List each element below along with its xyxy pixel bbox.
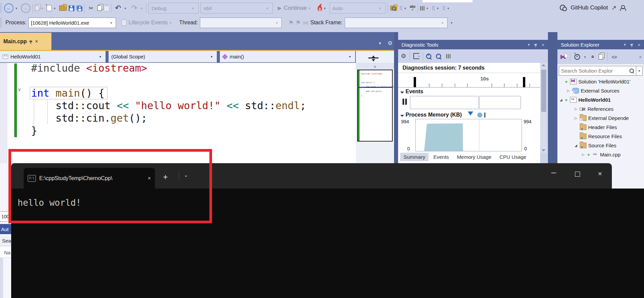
zoom-in-icon[interactable]: + bbox=[426, 53, 432, 59]
tree-item-external-depende[interactable]: ▷External Depende bbox=[557, 114, 644, 123]
zoom-out-icon[interactable]: - bbox=[436, 53, 441, 59]
filter-triangle-icon[interactable] bbox=[468, 111, 473, 118]
terminal-close-icon[interactable]: × bbox=[598, 170, 602, 178]
pin-icon[interactable] bbox=[534, 44, 537, 45]
paste-icon[interactable] bbox=[104, 5, 109, 11]
suspend-icon[interactable]: ⋈ bbox=[303, 20, 308, 26]
window-switch-icon[interactable] bbox=[35, 5, 39, 11]
snapshot-circle-icon[interactable] bbox=[477, 113, 482, 118]
pin-icon[interactable] bbox=[29, 41, 32, 42]
undo-dropdown[interactable]: ▾ bbox=[124, 6, 128, 10]
breakpoint-margin[interactable] bbox=[0, 63, 7, 163]
lifecycle-events-dropdown[interactable]: ▾ bbox=[170, 21, 173, 25]
save-icon[interactable] bbox=[69, 5, 74, 11]
github-copilot-button[interactable]: GitHub Copilot bbox=[571, 4, 608, 11]
filter-dropdown[interactable]: ▾ bbox=[584, 55, 588, 59]
github-copilot-icon[interactable] bbox=[560, 5, 567, 11]
terminal-minimize-icon[interactable]: ─ bbox=[551, 169, 556, 177]
navigate-backward-history-icon[interactable] bbox=[399, 6, 402, 10]
toolbar-overflow[interactable]: ▾ bbox=[451, 21, 454, 25]
solution-explorer-titlebar[interactable]: Solution Explorer ▾ × bbox=[557, 40, 644, 49]
cut-icon[interactable]: ✂ bbox=[87, 4, 95, 13]
autos-panel-tab[interactable]: Aut bbox=[0, 224, 12, 234]
hot-reload-mode-dropdown[interactable]: Auto▾ bbox=[329, 3, 386, 14]
flag-threads-icon[interactable]: ⚑ bbox=[296, 19, 301, 26]
tree-item-header-files[interactable]: Header Files bbox=[557, 123, 644, 132]
view-code-icon[interactable]: <> bbox=[612, 54, 617, 60]
continue-play-icon[interactable]: ▶ bbox=[278, 5, 282, 11]
lifecycle-events-button[interactable]: Lifecycle Events bbox=[129, 20, 168, 26]
pin-icon[interactable] bbox=[630, 44, 633, 45]
tree-item-source-files[interactable]: ◢Source Files bbox=[557, 141, 644, 150]
split-editor-handle-icon[interactable] bbox=[367, 54, 381, 61]
lifecycle-events-icon[interactable] bbox=[121, 20, 127, 26]
comment-dropdown[interactable]: ▾ bbox=[447, 6, 451, 10]
save-all-icon[interactable] bbox=[77, 6, 82, 11]
tab-main-cpp[interactable]: Main.cpp × bbox=[0, 33, 51, 50]
toolbar-overflow-icon[interactable]: » bbox=[639, 55, 641, 59]
flag-icon[interactable]: ⚑ bbox=[289, 19, 294, 26]
nav-project-dropdown[interactable]: ⁺⁺ HelloWorld01▾ bbox=[0, 51, 106, 63]
continue-button[interactable]: Continue bbox=[284, 5, 307, 11]
pending-changes-filter-icon[interactable] bbox=[574, 54, 580, 60]
diagnostics-settings-gear-icon[interactable]: ⚙ bbox=[401, 52, 406, 60]
diagnostic-tools-titlebar[interactable]: Diagnostic Tools ▾ × bbox=[398, 40, 548, 49]
diagnostics-scrollbar[interactable] bbox=[540, 63, 547, 153]
solution-platforms-dropdown[interactable]: x64▾ bbox=[201, 3, 273, 14]
terminal-maximize-icon[interactable] bbox=[575, 172, 580, 178]
open-file-icon[interactable] bbox=[59, 5, 67, 11]
indent-lines-icon[interactable] bbox=[420, 6, 424, 10]
diagnostics-tab-memory-usage[interactable]: Memory Usage bbox=[454, 153, 495, 161]
scroll-up-icon[interactable] bbox=[542, 64, 546, 66]
redo-icon[interactable]: ↷ bbox=[130, 4, 139, 13]
find-in-files-icon[interactable] bbox=[390, 6, 397, 10]
tree-expander-icon[interactable]: ▷ bbox=[574, 107, 578, 111]
undo-icon[interactable]: ↶ bbox=[114, 4, 122, 13]
tree-item-solution-helloworld01-[interactable]: +Solution 'HelloWorld01' bbox=[557, 77, 644, 86]
chart-options-icon[interactable] bbox=[446, 54, 451, 58]
hot-reload-icon[interactable] bbox=[318, 5, 322, 11]
close-tab-icon[interactable]: × bbox=[35, 39, 38, 45]
scroll-down-icon[interactable] bbox=[542, 149, 546, 151]
process-combo[interactable]: [10628] HelloWorld01.exe▾ bbox=[28, 18, 116, 28]
stack-frame-combo[interactable]: ▾ bbox=[345, 18, 447, 28]
minimap-preview[interactable]: #include <iostream> int main() { std::co… bbox=[357, 70, 393, 142]
format-dropdown[interactable]: ▾ bbox=[437, 6, 440, 10]
tree-item-references[interactable]: ▷References bbox=[557, 104, 644, 114]
hot-reload-dropdown[interactable]: ▾ bbox=[324, 6, 327, 10]
memory-section-header[interactable]: Process Memory (KB) bbox=[401, 111, 485, 118]
toolbar-grip[interactable] bbox=[0, 18, 2, 28]
timeline-ruler[interactable]: 10s bbox=[398, 73, 540, 88]
window-position-chevron-icon[interactable]: ▾ bbox=[624, 42, 626, 47]
sync-with-active-document-icon[interactable] bbox=[599, 54, 603, 59]
close-icon[interactable]: × bbox=[542, 42, 545, 48]
search-icon[interactable] bbox=[629, 69, 634, 73]
document-list-chevron-icon[interactable]: ▼ bbox=[378, 41, 382, 45]
window-switch-dropdown[interactable]: ▾ bbox=[41, 6, 45, 10]
switch-views-icon[interactable]: ⋈ bbox=[560, 53, 566, 60]
copy-icon[interactable] bbox=[97, 5, 102, 11]
code-text[interactable]: #include <iostream> int main() { std::co… bbox=[31, 62, 306, 137]
editor-options-gear-icon[interactable]: ⚙ bbox=[388, 40, 392, 46]
comment-dots-icon[interactable] bbox=[442, 6, 445, 10]
new-file-icon[interactable] bbox=[47, 5, 52, 11]
pause-events-icon[interactable] bbox=[402, 99, 407, 105]
collapse-all-icon[interactable]: « bbox=[590, 55, 596, 58]
scroll-up-arrow-icon[interactable]: ▲ bbox=[356, 63, 394, 70]
diagnostics-tab-summary[interactable]: Summary bbox=[400, 153, 429, 161]
navigate-back-icon[interactable]: ← bbox=[4, 3, 14, 13]
new-file-dropdown[interactable]: ▾ bbox=[54, 6, 57, 10]
history-dropdown[interactable]: ▾ bbox=[405, 6, 408, 10]
navigate-back-dropdown[interactable]: ▾ bbox=[16, 6, 19, 10]
thread-combo[interactable]: ▾ bbox=[200, 18, 282, 28]
search-options-dropdown[interactable]: ▾ bbox=[636, 66, 642, 75]
events-section-header[interactable]: Events bbox=[401, 89, 423, 95]
diagnostics-tab-events[interactable]: Events bbox=[430, 153, 452, 161]
close-icon[interactable]: × bbox=[638, 42, 641, 48]
tree-item-main-cpp[interactable]: ▷+Main.cpp bbox=[557, 150, 644, 159]
tree-expander-icon[interactable]: ▷ bbox=[574, 116, 578, 120]
navigate-forward-icon[interactable]: → bbox=[21, 3, 30, 13]
toolbar-grip[interactable] bbox=[0, 3, 2, 13]
tree-expander-icon[interactable]: ▷ bbox=[566, 89, 571, 93]
tree-item-resource-files[interactable]: Resource Files bbox=[557, 132, 644, 141]
